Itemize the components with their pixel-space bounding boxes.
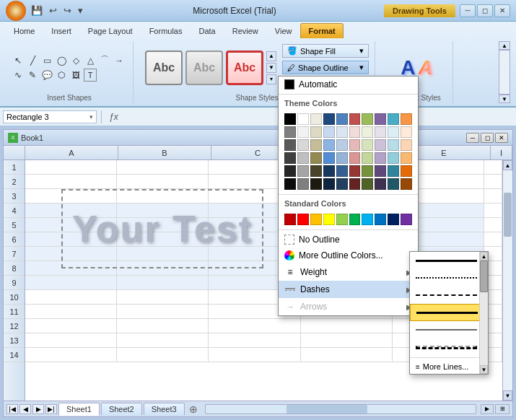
undo-button[interactable]: ↩ bbox=[47, 4, 59, 17]
tab-first[interactable]: |◀ bbox=[6, 404, 18, 414]
ribbon-scroll-up[interactable]: ▲ bbox=[499, 41, 510, 50]
menu-weight[interactable]: ≡ Weight ▶ bbox=[279, 263, 418, 281]
image-tool[interactable]: 🖼 bbox=[69, 69, 82, 82]
name-box[interactable]: Rectangle 3 ▾ bbox=[3, 110, 97, 123]
triangle-tool[interactable]: △ bbox=[84, 54, 97, 67]
curve-tool[interactable]: ∿ bbox=[12, 69, 25, 82]
more-lines[interactable]: ≡ More Lines... bbox=[410, 359, 488, 374]
col-a[interactable]: A bbox=[25, 146, 118, 159]
row-3[interactable]: 3 bbox=[4, 189, 25, 204]
row-9[interactable]: 9 bbox=[4, 276, 25, 290]
drawing-tools-tab[interactable]: Drawing Tools bbox=[384, 4, 455, 17]
style-box-1[interactable]: Abc bbox=[145, 51, 183, 85]
row-12[interactable]: 12 bbox=[4, 319, 25, 333]
color-red[interactable] bbox=[349, 113, 361, 125]
textbox-tool[interactable]: T bbox=[84, 69, 97, 82]
dash-dot-dot[interactable] bbox=[410, 338, 488, 356]
ellipse-tool[interactable]: ◯ bbox=[55, 54, 68, 67]
wordart-a-red[interactable]: A bbox=[419, 56, 433, 79]
vscroll-thumb[interactable] bbox=[504, 193, 512, 237]
menu-automatic[interactable]: Automatic bbox=[279, 76, 418, 92]
menu-more-colors[interactable]: More Outline Colors... bbox=[279, 248, 418, 263]
menu-no-outline[interactable]: No Outline bbox=[279, 232, 418, 248]
select-tool[interactable]: ↖ bbox=[12, 54, 25, 67]
color-purple[interactable] bbox=[375, 113, 386, 125]
dash-scroll-down[interactable]: ▼ bbox=[480, 365, 488, 374]
dash-scroll-thumb[interactable] bbox=[480, 261, 488, 292]
tab-format[interactable]: Format bbox=[300, 23, 343, 38]
arrow-tool[interactable]: → bbox=[113, 54, 126, 67]
shape-fill-button[interactable]: 🪣 Shape Fill ▾ bbox=[282, 44, 369, 58]
tab-next[interactable]: ▶ bbox=[32, 404, 44, 414]
row-10[interactable]: 10 bbox=[4, 290, 25, 305]
office-button[interactable] bbox=[6, 1, 26, 21]
row-4[interactable]: 4 bbox=[4, 204, 25, 218]
tab-formulas[interactable]: Formulas bbox=[141, 23, 191, 38]
styles-more[interactable]: ▾ bbox=[266, 74, 276, 84]
tab-data[interactable]: Data bbox=[191, 23, 223, 38]
wb-minimize[interactable]: ─ bbox=[466, 133, 479, 143]
row-8[interactable]: 8 bbox=[4, 261, 25, 276]
style-box-3[interactable]: Abc bbox=[226, 51, 263, 85]
color-blue[interactable] bbox=[336, 113, 348, 125]
name-box-arrow[interactable]: ▾ bbox=[89, 113, 93, 121]
wb-restore[interactable]: ◻ bbox=[481, 133, 494, 143]
shape-outline-button[interactable]: 🖊 Shape Outline ▾ bbox=[282, 61, 369, 74]
tab-last[interactable]: ▶| bbox=[45, 404, 57, 414]
row-13[interactable]: 13 bbox=[4, 333, 25, 348]
color-white[interactable] bbox=[297, 113, 309, 125]
tab-review[interactable]: Review bbox=[224, 23, 266, 38]
redo-button[interactable]: ↪ bbox=[61, 4, 74, 17]
vscroll-down[interactable]: ▼ bbox=[503, 390, 512, 401]
color-orange[interactable] bbox=[401, 113, 412, 125]
row-11[interactable]: 11 bbox=[4, 305, 25, 319]
color-teal[interactable] bbox=[388, 113, 399, 125]
menu-dashes[interactable]: Dashes ▶ bbox=[279, 281, 418, 298]
tab-add-button[interactable]: ⊕ bbox=[186, 403, 201, 415]
col-b[interactable]: B bbox=[118, 146, 211, 159]
callout-tool[interactable]: 💬 bbox=[40, 69, 53, 82]
row-2[interactable]: 2 bbox=[4, 175, 25, 189]
row-5[interactable]: 5 bbox=[4, 218, 25, 232]
vscroll-up[interactable]: ▲ bbox=[503, 160, 512, 170]
menu-arrows[interactable]: → Arrows ▶ bbox=[279, 298, 418, 315]
row-6[interactable]: 6 bbox=[4, 232, 25, 247]
dash-solid[interactable] bbox=[410, 252, 488, 269]
dash-dotted[interactable] bbox=[410, 269, 488, 286]
restore-button[interactable]: ◻ bbox=[477, 4, 493, 17]
row-7[interactable]: 7 bbox=[4, 247, 25, 261]
shape-object[interactable]: Your Test bbox=[61, 189, 263, 268]
rect-tool[interactable]: ▭ bbox=[40, 54, 53, 67]
color-darkblue[interactable] bbox=[323, 113, 335, 125]
color-black[interactable] bbox=[284, 113, 296, 125]
dash-long[interactable] bbox=[410, 304, 488, 321]
diamond-tool[interactable]: ◇ bbox=[69, 54, 82, 67]
line-tool[interactable]: ╱ bbox=[26, 54, 39, 67]
dash-long-dot[interactable] bbox=[410, 321, 488, 338]
row-1[interactable]: 1 bbox=[4, 160, 25, 175]
freeform-tool[interactable]: ✎ bbox=[26, 69, 39, 82]
minimize-button[interactable]: ─ bbox=[460, 4, 476, 17]
horizontal-scrollbar[interactable] bbox=[205, 404, 476, 414]
sheet-tab-2[interactable]: Sheet2 bbox=[101, 403, 142, 415]
sheet-tab-3[interactable]: Sheet3 bbox=[144, 403, 185, 415]
row-14[interactable]: 14 bbox=[4, 348, 25, 362]
save-button[interactable]: 💾 bbox=[29, 4, 45, 17]
dash-scroll-up[interactable]: ▲ bbox=[480, 252, 488, 261]
customize-button[interactable]: ▾ bbox=[76, 4, 85, 17]
dash-short[interactable] bbox=[410, 286, 488, 304]
tab-view[interactable]: View bbox=[267, 23, 300, 38]
tab-insert[interactable]: Insert bbox=[43, 23, 79, 38]
flowchart-tool[interactable]: ⬡ bbox=[55, 69, 68, 82]
tab-page-layout[interactable]: Page Layout bbox=[80, 23, 141, 38]
color-cream[interactable] bbox=[310, 113, 322, 125]
arc-tool[interactable]: ⌒ bbox=[98, 54, 111, 67]
tab-home[interactable]: Home bbox=[6, 23, 43, 38]
ribbon-scroll-down[interactable]: ▼ bbox=[499, 95, 510, 103]
style-box-2[interactable]: Abc bbox=[185, 51, 223, 85]
color-green[interactable] bbox=[362, 113, 373, 125]
sheet-tab-1[interactable]: Sheet1 bbox=[58, 403, 100, 416]
close-button[interactable]: ✕ bbox=[494, 4, 510, 17]
wb-close[interactable]: ✕ bbox=[495, 133, 508, 143]
col-i[interactable]: I bbox=[491, 146, 512, 159]
